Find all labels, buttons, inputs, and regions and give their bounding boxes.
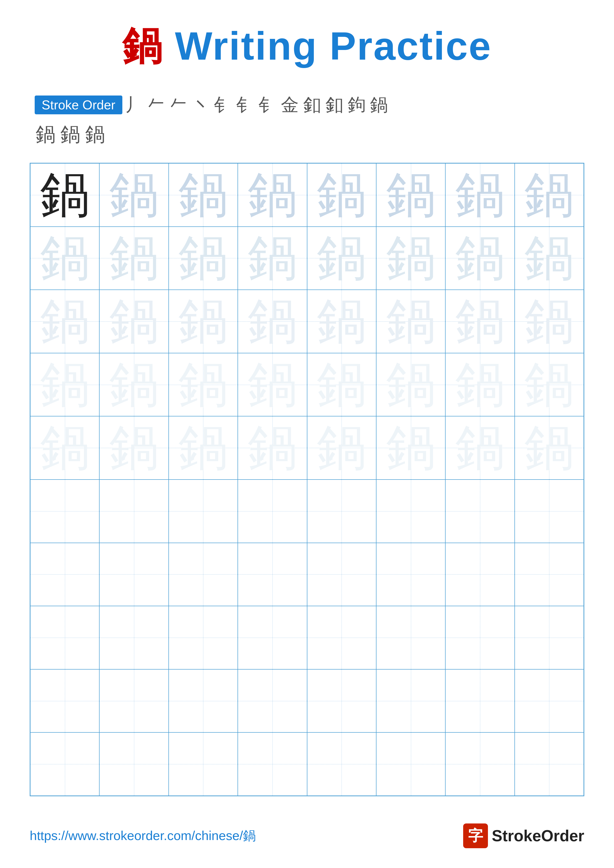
logo-text: StrokeOrder	[492, 827, 584, 845]
grid-cell[interactable]	[30, 479, 99, 543]
grid-cell[interactable]: 鍋	[30, 163, 99, 227]
grid-cell[interactable]: 鍋	[515, 416, 584, 479]
grid-cell[interactable]	[307, 732, 376, 796]
grid-cell[interactable]	[376, 479, 445, 543]
grid-cell[interactable]	[376, 606, 445, 669]
grid-cell[interactable]	[238, 669, 307, 733]
grid-char: 鍋	[455, 360, 505, 409]
grid-cell[interactable]	[30, 732, 99, 796]
grid-cell[interactable]: 鍋	[445, 290, 515, 353]
grid-cell[interactable]	[515, 606, 584, 669]
grid-cell[interactable]: 鍋	[99, 290, 168, 353]
grid-cell[interactable]: 鍋	[515, 290, 584, 353]
grid-cell[interactable]: 鍋	[169, 227, 238, 290]
grid-cell[interactable]	[169, 543, 238, 606]
grid-cell[interactable]: 鍋	[30, 290, 99, 353]
footer: https://www.strokeorder.com/chinese/鍋 字 …	[30, 823, 584, 848]
grid-cell[interactable]	[238, 732, 307, 796]
grid-cell[interactable]: 鍋	[99, 163, 168, 227]
grid-cell[interactable]: 鍋	[307, 227, 376, 290]
grid-cell[interactable]	[238, 543, 307, 606]
grid-cell[interactable]: 鍋	[99, 416, 168, 479]
grid-cell[interactable]: 鍋	[376, 227, 445, 290]
grid-cell[interactable]: 鍋	[307, 290, 376, 353]
grid-cell[interactable]: 鍋	[307, 163, 376, 227]
grid-char: 鍋	[40, 170, 90, 220]
grid-cell[interactable]	[30, 543, 99, 606]
grid-cell[interactable]: 鍋	[30, 227, 99, 290]
grid-char: 鍋	[40, 233, 90, 283]
grid-cell[interactable]: 鍋	[376, 163, 445, 227]
grid-cell[interactable]: 鍋	[307, 353, 376, 417]
stroke-11: 鉤	[348, 93, 365, 117]
grid-cell[interactable]: 鍋	[238, 290, 307, 353]
footer-url: https://www.strokeorder.com/chinese/鍋	[30, 827, 256, 845]
stroke-12: 鍋	[370, 93, 388, 117]
stroke-6: 钅	[236, 93, 254, 117]
grid-cell[interactable]: 鍋	[376, 290, 445, 353]
grid-cell[interactable]	[307, 606, 376, 669]
grid-cell[interactable]: 鍋	[515, 163, 584, 227]
stroke-4: ㇔	[192, 93, 210, 117]
grid-cell[interactable]	[169, 732, 238, 796]
grid-cell[interactable]	[376, 543, 445, 606]
grid-cell[interactable]: 鍋	[238, 163, 307, 227]
grid-cell[interactable]	[99, 479, 168, 543]
grid-cell[interactable]	[307, 479, 376, 543]
grid-cell[interactable]	[99, 543, 168, 606]
grid-cell[interactable]	[30, 606, 99, 669]
grid-cell[interactable]	[30, 669, 99, 733]
grid-cell[interactable]	[445, 732, 515, 796]
grid-cell[interactable]	[99, 606, 168, 669]
grid-cell[interactable]: 鍋	[445, 227, 515, 290]
grid-char: 鍋	[386, 233, 436, 283]
grid-cell[interactable]: 鍋	[169, 290, 238, 353]
grid-cell[interactable]: 鍋	[445, 353, 515, 417]
grid-char: 鍋	[386, 170, 436, 220]
grid-char: 鍋	[248, 233, 297, 283]
grid-cell[interactable]	[515, 479, 584, 543]
grid-cell[interactable]: 鍋	[99, 227, 168, 290]
grid-cell[interactable]	[307, 669, 376, 733]
grid-cell[interactable]: 鍋	[30, 416, 99, 479]
grid-cell[interactable]: 鍋	[445, 416, 515, 479]
stroke-row2-1: 鍋	[36, 121, 56, 148]
grid-cell[interactable]: 鍋	[169, 353, 238, 417]
stroke-10: 釦	[325, 93, 343, 117]
grid-char: 鍋	[455, 297, 505, 346]
grid-cell[interactable]	[99, 669, 168, 733]
grid-cell[interactable]: 鍋	[307, 416, 376, 479]
grid-cell[interactable]	[169, 606, 238, 669]
grid-cell[interactable]: 鍋	[445, 163, 515, 227]
grid-cell[interactable]: 鍋	[515, 227, 584, 290]
grid-cell[interactable]	[445, 669, 515, 733]
grid-cell[interactable]: 鍋	[238, 416, 307, 479]
grid-cell[interactable]	[169, 669, 238, 733]
grid-cell[interactable]	[515, 732, 584, 796]
grid-cell[interactable]: 鍋	[376, 353, 445, 417]
grid-cell[interactable]: 鍋	[515, 353, 584, 417]
grid-cell[interactable]	[307, 543, 376, 606]
grid-char: 鍋	[178, 360, 228, 409]
grid-cell[interactable]	[99, 732, 168, 796]
grid-cell[interactable]	[376, 732, 445, 796]
grid-cell[interactable]	[169, 479, 238, 543]
grid-cell[interactable]	[445, 479, 515, 543]
grid-cell[interactable]	[515, 543, 584, 606]
grid-cell[interactable]	[515, 669, 584, 733]
grid-cell[interactable]: 鍋	[30, 353, 99, 417]
grid-cell[interactable]: 鍋	[169, 416, 238, 479]
grid-cell[interactable]	[376, 669, 445, 733]
grid-cell[interactable]: 鍋	[169, 163, 238, 227]
grid-char: 鍋	[386, 423, 436, 473]
grid-cell[interactable]: 鍋	[99, 353, 168, 417]
grid-cell[interactable]	[445, 543, 515, 606]
grid-cell[interactable]	[238, 606, 307, 669]
grid-cell[interactable]: 鍋	[376, 416, 445, 479]
grid-cell[interactable]	[445, 606, 515, 669]
grid-cell[interactable]: 鍋	[238, 227, 307, 290]
grid-cell[interactable]: 鍋	[238, 353, 307, 417]
stroke-order-row1: Stroke Order 丿 𠂉 𠂉 ㇔ 钅 钅 钅 金 釦 釦 鉤 鍋	[35, 93, 584, 117]
grid-cell[interactable]	[238, 479, 307, 543]
grid-char: 鍋	[524, 423, 574, 473]
